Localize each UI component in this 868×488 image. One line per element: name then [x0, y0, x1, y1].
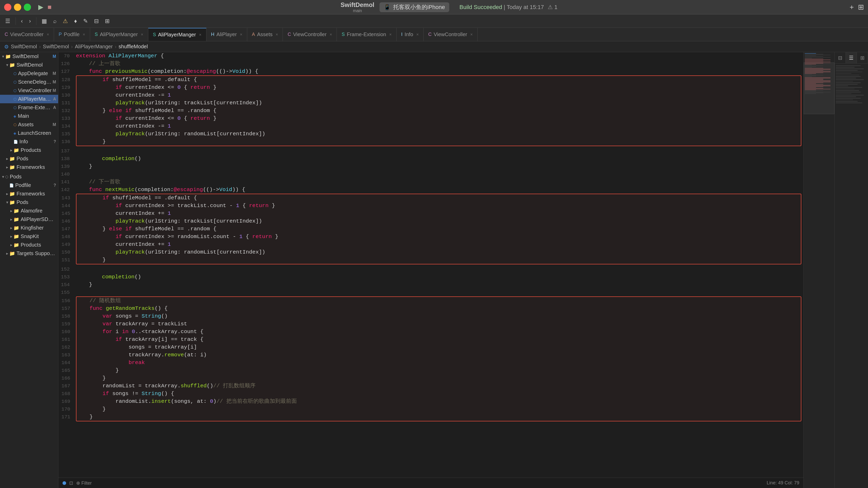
sidebar-item-swiftdemol-child[interactable]: ▾ 📁 SwiftDemol — [0, 61, 58, 69]
sidebar-item-Pods-sub[interactable]: ▾ 📁 Pods — [0, 198, 58, 206]
code-line-169: 169 randomList.insert(songs, at: 0)// 把当… — [59, 398, 801, 405]
search-button[interactable]: ⌕ — [51, 17, 59, 26]
tab-close-Info[interactable]: × — [416, 32, 418, 37]
sidebar-item-AliPlayerSDK[interactable]: ▸ 📁 AliPlayerSDK_iOS — [0, 215, 58, 224]
forward-button[interactable]: › — [27, 17, 33, 26]
stop-button[interactable]: ■ — [45, 2, 54, 12]
code-line-143: 143 if shuffleModel == .default { — [59, 194, 801, 202]
grid-button[interactable]: ⊞ — [103, 17, 112, 26]
back-button[interactable]: ‹ — [19, 17, 25, 26]
close-button[interactable] — [4, 4, 11, 11]
code-line-151: 151 } — [59, 256, 801, 264]
code-line-159: 159 var trackArray = trackList — [59, 320, 801, 328]
code-line-140: 140 — [58, 170, 803, 178]
code-area[interactable]: 70 extension AliPlayerManger { 126 // 上一… — [58, 52, 803, 478]
tab-close-FrameExtension[interactable]: × — [389, 32, 392, 37]
sidebar-item-Products[interactable]: ▸ 📁 Products — [0, 146, 58, 154]
sidebar-item-Products-pods[interactable]: ▸ 📁 Products — [0, 241, 58, 249]
title-center: SwiftDemol main 📱 托客双小鱼的iPhone Build Suc… — [54, 1, 844, 13]
sidebar-item-Kingfisher[interactable]: ▸ 📁 Kingfisher — [0, 224, 58, 232]
warning-button[interactable]: ⚠ — [61, 17, 70, 26]
code-line-153: 153 completion() — [58, 273, 803, 281]
code-line-142: 142 func nextMusic(completion:@escaping(… — [58, 186, 803, 194]
tab-close-ViewController2[interactable]: × — [330, 32, 332, 37]
code-line-138: 138 completion() — [58, 155, 803, 163]
bookmark-button[interactable]: ♦ — [72, 17, 79, 26]
code-line-146: 146 playTrack(urlString: trackList[curre… — [59, 218, 801, 225]
code-line-171: 171 } — [59, 413, 801, 421]
tab-AliPlayer[interactable]: H AliPlayer × — [207, 28, 247, 41]
sidebar-item-Alamofire[interactable]: ▸ 📁 Alamofire — [0, 206, 58, 215]
tab-close-ViewController1[interactable]: × — [47, 32, 49, 37]
breadcrumb-AliPlayerManger[interactable]: AliPlayerManger — [75, 44, 113, 50]
pen-button[interactable]: ✎ — [81, 17, 90, 26]
sidebar-item-Pods-group[interactable]: ▸ 📁 Pods — [0, 154, 58, 163]
inspector-tab-file[interactable]: ⊟ — [835, 52, 846, 63]
split-button[interactable]: ⊞ — [858, 3, 864, 11]
sidebar-item-Podfile[interactable]: ▸ 📄 Podfile ? — [0, 181, 58, 190]
sidebar-item-AppDelegate[interactable]: ▸ ⬡ AppDelegate M — [0, 69, 58, 78]
code-line-133: 133 if currentIndex <= 0 { return } — [59, 115, 801, 122]
sidebar-item-Assets[interactable]: ▸ ⬡ Assets M — [0, 120, 58, 129]
sidebar-item-Frameworks-pods[interactable]: ▸ 📁 Frameworks — [0, 190, 58, 198]
add-filter-button[interactable]: ⊕ Filter — [76, 480, 92, 486]
maximize-button[interactable] — [24, 4, 31, 11]
add-button[interactable]: + — [850, 3, 854, 11]
sidebar-item-LaunchScreen[interactable]: ▸ ◈ LaunchScreen — [0, 129, 58, 137]
tab-close-AliPlayerManger1[interactable]: × — [141, 32, 143, 37]
col-number: 79 — [794, 480, 799, 485]
inspector-tabs: ⊟ ☰ ⊞ — [835, 52, 868, 64]
tab-ViewController2[interactable]: C ViewController × — [283, 28, 337, 41]
sidebar-toggle-button[interactable]: ☰ — [3, 17, 12, 26]
folder-button[interactable]: ⊟ — [92, 17, 101, 26]
sidebar-item-Frameworks[interactable]: ▸ 📁 Frameworks — [0, 163, 58, 171]
breadcrumb-SwiftDemol[interactable]: SwiftDemol — [11, 44, 37, 50]
code-line-126: 126 // 上一首歌 — [58, 60, 803, 68]
inspector-tab-quick[interactable]: ☰ — [846, 52, 857, 63]
tab-close-Podfile[interactable]: × — [83, 32, 85, 37]
code-line-144: 144 if currentIndex >= trackList.count -… — [59, 202, 801, 210]
warning-icon: ⚠ — [548, 4, 554, 10]
sidebar-item-Pods-root[interactable]: ▾ ⬡ Pods — [0, 172, 58, 181]
code-line-165: 165 } — [59, 367, 801, 375]
focus-button[interactable]: ⊡ — [69, 480, 73, 486]
sidebar-item-Targets[interactable]: ▸ 📁 Targets Support Files — [0, 249, 58, 258]
window-controls — [4, 4, 31, 11]
sidebar-item-swiftdemol[interactable]: ▾ 📁 SwiftDemol M — [0, 52, 58, 61]
inspector-content — [835, 64, 868, 105]
tab-Podfile[interactable]: P Podfile × — [54, 28, 90, 41]
view-toggle-button[interactable]: ▦ — [39, 17, 49, 26]
code-line-152: 152 — [58, 265, 803, 273]
tab-ViewController3[interactable]: C ViewController × — [424, 28, 478, 41]
main-content: ▾ 📁 SwiftDemol M ▾ 📁 SwiftDemol ▸ ⬡ AppD… — [0, 52, 868, 488]
breadcrumb-SwiftDemol2[interactable]: SwiftDemol — [43, 44, 69, 50]
sidebar-item-ViewController[interactable]: ▸ ⬡ ViewController M — [0, 86, 58, 95]
run-button[interactable]: ▶ — [36, 2, 45, 12]
sidebar-item-AliPlayerManger[interactable]: ▸ ⬡ AliPlayerManger A — [0, 95, 58, 103]
inspector-tab-history[interactable]: ⊞ — [857, 52, 868, 63]
code-line-148: 148 if currentIndex >= randomList.count … — [59, 233, 801, 241]
breadcrumb-shuffleModel[interactable]: shuffleModel — [119, 44, 148, 50]
tab-close-AliPlayerManger2[interactable]: × — [199, 33, 201, 37]
sidebar-item-FrameExtension[interactable]: ▸ ⬡ Frame-Extension A — [0, 103, 58, 112]
sidebar-item-SnapKit[interactable]: ▸ 📁 SnapKit — [0, 232, 58, 241]
tab-close-Assets[interactable]: × — [276, 32, 278, 37]
tab-FrameExtension[interactable]: S Frame-Extension × — [337, 28, 397, 41]
minimize-button[interactable] — [14, 4, 21, 11]
tab-close-ViewController3[interactable]: × — [470, 32, 472, 37]
sidebar: ▾ 📁 SwiftDemol M ▾ 📁 SwiftDemol ▸ ⬡ AppD… — [0, 52, 58, 488]
tab-AliPlayerManger2[interactable]: S AliPlayerManger × — [148, 28, 207, 41]
code-line-167: 167 randomList = trackArray.shuffled()//… — [59, 382, 801, 390]
sidebar-item-Main[interactable]: ▸ ◈ Main — [0, 112, 58, 120]
tab-Assets[interactable]: A Assets × — [247, 28, 283, 41]
tab-AliPlayerManger1[interactable]: S AliPlayerManger × — [90, 28, 148, 41]
code-line-135: 135 playTrack(urlString: randomList[curr… — [59, 130, 801, 138]
tab-close-AliPlayer[interactable]: × — [240, 32, 242, 37]
sidebar-item-Info[interactable]: ▸ 📄 Info ? — [0, 137, 58, 146]
code-editor[interactable]: 70 extension AliPlayerManger { 126 // 上一… — [58, 52, 803, 488]
sidebar-item-SceneDelegate[interactable]: ▸ ⬡ SceneDelegate M — [0, 78, 58, 86]
tab-Info[interactable]: I Info × — [397, 28, 424, 41]
tab-ViewController1[interactable]: C ViewController × — [0, 28, 54, 41]
code-line-131: 131 playTrack(urlString: trackList[curre… — [59, 99, 801, 107]
device-selector[interactable]: 📱 托客双小鱼的iPhone — [379, 2, 449, 12]
